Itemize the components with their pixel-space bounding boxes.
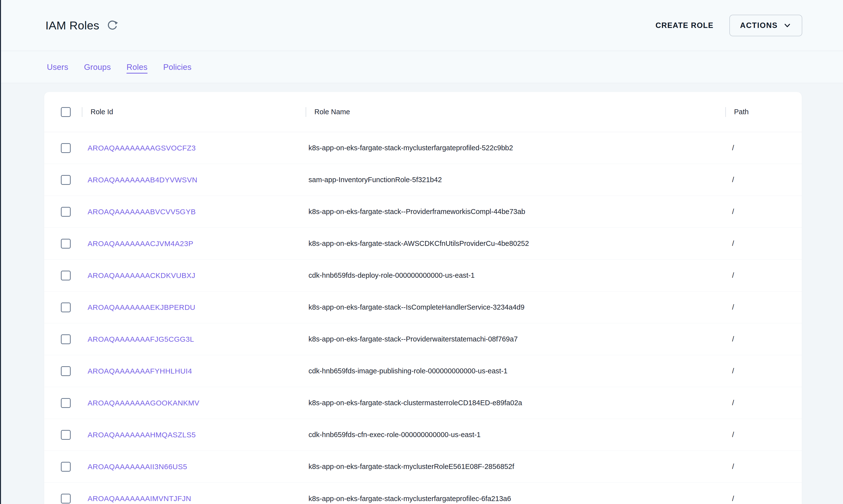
column-divider (725, 107, 726, 117)
column-header-path: Path (725, 107, 802, 117)
table-row: AROAQAAAAAAAFYHHLHUI4 cdk-hnb659fds-imag… (44, 355, 802, 387)
table-row: AROAQAAAAAAAGOOKANKMV k8s-app-on-eks-far… (44, 387, 802, 419)
table-row: AROAQAAAAAAACJVM4A23P k8s-app-on-eks-far… (44, 228, 802, 259)
table-row: AROAQAAAAAAAFJG5CGG3L k8s-app-on-eks-far… (44, 323, 802, 355)
role-id-link[interactable]: AROAQAAAAAAAII3N66US5 (88, 463, 187, 471)
role-id-link[interactable]: AROAQAAAAAAAEKJBPERDU (88, 303, 195, 311)
table-row: AROAQAAAAAAAB4DYVWSVN sam-app-InventoryF… (44, 164, 802, 196)
page-title: IAM Roles (46, 19, 99, 32)
row-checkbox[interactable] (61, 398, 71, 408)
tab-policies[interactable]: Policies (163, 62, 191, 72)
row-checkbox[interactable] (61, 143, 71, 153)
row-select-cell (61, 366, 82, 376)
row-checkbox[interactable] (61, 494, 71, 504)
content-area: Role Id Role Name Path AROAQAAAAAAAAGSVO… (1, 83, 843, 504)
role-id-link[interactable]: AROAQAAAAAAAGOOKANKMV (88, 399, 200, 407)
table-row: AROAQAAAAAAAIMVNTJFJN k8s-app-on-eks-far… (44, 483, 802, 504)
row-checkbox[interactable] (61, 271, 71, 281)
row-checkbox[interactable] (61, 430, 71, 440)
row-checkbox[interactable] (61, 175, 71, 185)
row-checkbox[interactable] (61, 462, 71, 472)
role-id-cell: AROAQAAAAAAAFYHHLHUI4 (82, 367, 306, 375)
role-id-link[interactable]: AROAQAAAAAAACKDKVUBXJ (88, 271, 195, 280)
tab-bar: Users Groups Roles Policies (1, 51, 843, 83)
tab-users[interactable]: Users (47, 62, 68, 72)
row-select-cell (61, 494, 82, 504)
row-checkbox[interactable] (61, 239, 71, 249)
role-path: / (725, 463, 802, 471)
row-select-cell (61, 303, 82, 312)
row-checkbox[interactable] (61, 303, 71, 312)
role-id-cell: AROAQAAAAAAAHMQASZLS5 (82, 431, 306, 439)
role-id-link[interactable]: AROAQAAAAAAACJVM4A23P (88, 239, 193, 248)
refresh-button[interactable] (106, 20, 118, 32)
chevron-down-icon (783, 21, 791, 30)
table-row: AROAQAAAAAAAII3N66US5 k8s-app-on-eks-far… (44, 451, 802, 483)
select-all-checkbox[interactable] (61, 107, 71, 117)
row-select-cell (61, 175, 82, 185)
role-id-link[interactable]: AROAQAAAAAAAAGSVOCFZ3 (88, 144, 196, 152)
role-name: k8s-app-on-eks-fargate-stack-clustermast… (306, 399, 725, 407)
role-id-link[interactable]: AROAQAAAAAAAFJG5CGG3L (88, 335, 194, 343)
table-header-row: Role Id Role Name Path (44, 92, 802, 132)
role-path: / (725, 144, 802, 152)
row-select-cell (61, 207, 82, 217)
role-id-link[interactable]: AROAQAAAAAAAHMQASZLS5 (88, 431, 196, 439)
role-path: / (725, 495, 802, 503)
refresh-icon (106, 20, 118, 32)
roles-table-card: Role Id Role Name Path AROAQAAAAAAAAGSVO… (44, 92, 802, 504)
role-name: k8s-app-on-eks-fargate-stack-myclusterRo… (306, 463, 725, 471)
role-name: k8s-app-on-eks-fargate-stack-myclusterfa… (306, 495, 725, 503)
role-id-link[interactable]: AROAQAAAAAAAFYHHLHUI4 (88, 367, 192, 375)
role-name: cdk-hnb659fds-image-publishing-role-0000… (306, 367, 725, 375)
role-id-cell: AROAQAAAAAAAFJG5CGG3L (82, 335, 306, 343)
role-name: k8s-app-on-eks-fargate-stack--Providerfr… (306, 208, 725, 216)
role-name: k8s-app-on-eks-fargate-stack--IsComplete… (306, 303, 725, 311)
column-header-role-name: Role Name (306, 107, 725, 117)
table-row: AROAQAAAAAAABVCVV5GYB k8s-app-on-eks-far… (44, 196, 802, 228)
column-header-role-id: Role Id (82, 107, 306, 117)
row-checkbox[interactable] (61, 335, 71, 344)
role-name: cdk-hnb659fds-cfn-exec-role-000000000000… (306, 431, 725, 439)
role-path: / (725, 208, 802, 216)
role-id-cell: AROAQAAAAAAAAGSVOCFZ3 (82, 144, 306, 152)
role-id-link[interactable]: AROAQAAAAAAABVCVV5GYB (88, 208, 196, 216)
actions-label: ACTIONS (740, 21, 778, 30)
role-id-link[interactable]: AROAQAAAAAAAB4DYVWSVN (88, 176, 197, 184)
table-row: AROAQAAAAAAACKDKVUBXJ cdk-hnb659fds-depl… (44, 259, 802, 291)
sidebar-edge (0, 0, 1, 504)
role-name: cdk-hnb659fds-deploy-role-000000000000-u… (306, 271, 725, 280)
role-id-cell: AROAQAAAAAAAIMVNTJFJN (82, 494, 306, 503)
role-id-link[interactable]: AROAQAAAAAAAIMVNTJFJN (88, 494, 191, 503)
role-path: / (725, 239, 802, 248)
tab-roles[interactable]: Roles (127, 62, 148, 72)
title-group: IAM Roles (46, 19, 118, 32)
create-role-button[interactable]: CREATE ROLE (655, 21, 713, 30)
tab-groups[interactable]: Groups (84, 62, 111, 72)
row-select-cell (61, 430, 82, 440)
role-name: sam-app-InventoryFunctionRole-5f321b42 (306, 176, 725, 184)
role-name: k8s-app-on-eks-fargate-stack--Providerwa… (306, 335, 725, 343)
table-row: AROAQAAAAAAAEKJBPERDU k8s-app-on-eks-far… (44, 291, 802, 323)
role-name: k8s-app-on-eks-fargate-stack-myclusterfa… (306, 144, 725, 152)
row-checkbox[interactable] (61, 207, 71, 217)
role-id-cell: AROAQAAAAAAAEKJBPERDU (82, 303, 306, 311)
row-select-cell (61, 239, 82, 249)
row-checkbox[interactable] (61, 366, 71, 376)
row-select-cell (61, 271, 82, 281)
role-path: / (725, 335, 802, 343)
role-id-cell: AROAQAAAAAAAB4DYVWSVN (82, 176, 306, 184)
actions-dropdown-button[interactable]: ACTIONS (729, 15, 803, 36)
role-path: / (725, 303, 802, 311)
role-name: k8s-app-on-eks-fargate-stack-AWSCDKCfnUt… (306, 239, 725, 248)
role-path: / (725, 176, 802, 184)
row-select-cell (61, 143, 82, 153)
row-select-cell (61, 335, 82, 344)
role-id-cell: AROAQAAAAAAABVCVV5GYB (82, 208, 306, 216)
role-path: / (725, 271, 802, 280)
column-divider (306, 107, 306, 117)
page-header: IAM Roles CREATE ROLE ACTIONS (1, 0, 843, 51)
role-id-cell: AROAQAAAAAAACJVM4A23P (82, 239, 306, 248)
row-select-cell (61, 398, 82, 408)
row-select-cell (61, 462, 82, 472)
